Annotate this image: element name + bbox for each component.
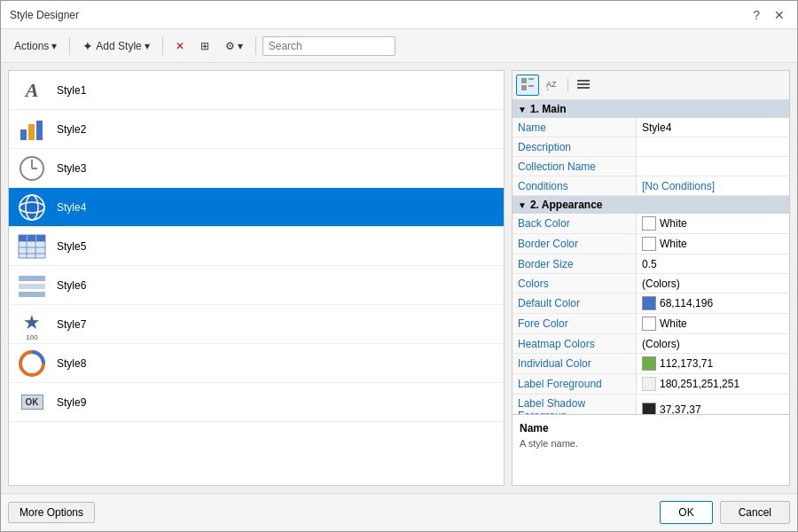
style-list: A Style1 Style2 xyxy=(8,70,505,486)
info-description: A style name. xyxy=(520,438,782,449)
prop-row-border-size: Border Size 0.5 xyxy=(512,254,789,274)
list-item[interactable]: A Style1 xyxy=(9,71,504,110)
delete-button[interactable]: ✕ xyxy=(169,37,191,55)
svg-rect-16 xyxy=(19,235,27,241)
separator-3 xyxy=(255,37,256,55)
style8-label: Style8 xyxy=(57,357,86,370)
style4-label: Style4 xyxy=(57,201,86,214)
label-fg-swatch[interactable] xyxy=(642,377,656,391)
prop-name-value: Style4 xyxy=(642,121,671,134)
style-designer-window: Style Designer ? ✕ Actions ▾ ✦ Add Style… xyxy=(0,0,798,532)
prop-row-fore-color: Fore Color White xyxy=(512,314,789,334)
list-item[interactable]: Style3 xyxy=(9,149,504,188)
dialog-buttons: OK Cancel xyxy=(660,501,790,524)
style1-label: Style1 xyxy=(57,84,86,97)
prop-row-individual-color: Individual Color 112,173,71 xyxy=(512,354,789,374)
delete-icon: ✕ xyxy=(176,40,184,52)
list-item[interactable]: Style2 xyxy=(9,110,504,149)
info-title: Name xyxy=(520,422,782,434)
ok-button[interactable]: OK xyxy=(660,501,712,524)
colors-value: (Colors) xyxy=(642,278,680,290)
svg-rect-20 xyxy=(19,284,45,289)
title-bar: Style Designer ? ✕ xyxy=(1,1,797,29)
properties-panel: AZ ↓ ▼ 1. Main Name Style4 xyxy=(512,70,790,486)
settings-icon: ⚙ xyxy=(225,40,235,52)
style3-label: Style3 xyxy=(57,162,86,175)
group-main-header: ▼ 1. Main xyxy=(512,100,789,118)
list-item[interactable]: Style5 xyxy=(9,227,504,266)
svg-text:↓: ↓ xyxy=(546,85,550,91)
properties-toolbar: AZ ↓ xyxy=(512,71,789,100)
actions-label: Actions xyxy=(14,40,49,52)
style2-icon xyxy=(16,113,48,145)
svg-rect-2 xyxy=(36,121,43,140)
add-style-label: Add Style xyxy=(96,40,141,52)
add-style-dropdown-icon: ▾ xyxy=(145,40,150,52)
prop-view-toggle[interactable] xyxy=(572,74,595,96)
label-fg-value: 180,251,251,251 xyxy=(660,378,739,390)
group-appearance-label: 2. Appearance xyxy=(530,199,603,211)
list-item[interactable]: ★ 100 Style7 xyxy=(9,305,504,344)
prop-row-label-shadow: Label Shadow Foregroun 37,37,37 xyxy=(512,395,789,414)
prop-row-description: Description xyxy=(512,137,789,157)
actions-dropdown-icon: ▾ xyxy=(51,40,57,52)
individual-color-value: 112,173,71 xyxy=(660,357,713,370)
svg-rect-26 xyxy=(528,78,534,80)
label-shadow-swatch[interactable] xyxy=(642,403,656,414)
svg-rect-27 xyxy=(521,85,527,90)
chart-icon xyxy=(19,117,45,142)
svg-rect-31 xyxy=(577,80,590,82)
search-input[interactable] xyxy=(262,36,395,56)
prop-row-default-color: Default Color 68,114,196 xyxy=(512,293,789,314)
add-style-button[interactable]: ✦ Add Style ▾ xyxy=(76,36,155,56)
style4-icon xyxy=(16,192,48,223)
style5-label: Style5 xyxy=(57,240,86,253)
properties-table: ▼ 1. Main Name Style4 Description Collec… xyxy=(512,100,789,414)
sorted-view-button[interactable]: AZ ↓ xyxy=(541,74,564,96)
settings-button[interactable]: ⚙ ▾ xyxy=(219,37,249,55)
prop-row-colors: Colors (Colors) xyxy=(512,274,789,293)
border-color-value: White xyxy=(660,238,687,250)
copy-button[interactable]: ⊞ xyxy=(194,37,215,55)
list-item[interactable]: Style6 xyxy=(9,266,504,305)
fore-color-swatch[interactable] xyxy=(642,317,656,331)
svg-text:★: ★ xyxy=(23,311,41,333)
svg-rect-33 xyxy=(577,87,590,89)
svg-rect-0 xyxy=(20,129,27,140)
prop-row-heatmap: Heatmap Colors (Colors) xyxy=(512,334,789,354)
default-color-swatch[interactable] xyxy=(642,296,656,310)
style6-label: Style6 xyxy=(57,279,86,292)
prop-row-name: Name Style4 xyxy=(512,118,789,137)
cancel-button[interactable]: Cancel xyxy=(720,501,790,524)
list-item[interactable]: Style8 xyxy=(9,344,504,383)
list-item[interactable]: Style4 xyxy=(9,188,504,227)
svg-rect-32 xyxy=(577,83,590,85)
border-color-swatch[interactable] xyxy=(642,237,656,251)
style3-icon xyxy=(16,153,48,184)
more-options-button[interactable]: More Options xyxy=(8,502,95,523)
style5-icon xyxy=(16,231,48,262)
list-item[interactable]: OK Style9 xyxy=(9,383,504,422)
add-style-icon: ✦ xyxy=(82,39,93,53)
toolbar: Actions ▾ ✦ Add Style ▾ ✕ ⊞ ⚙ ▾ xyxy=(1,29,797,63)
svg-rect-17 xyxy=(27,235,35,241)
close-button[interactable]: ✕ xyxy=(771,8,788,22)
group-main-label: 1. Main xyxy=(530,103,567,115)
help-button[interactable]: ? xyxy=(749,8,763,22)
style6-icon xyxy=(16,270,48,301)
categorized-view-button[interactable] xyxy=(516,74,539,96)
collapse-appearance-icon[interactable]: ▼ xyxy=(518,200,527,210)
style9-icon: OK xyxy=(16,387,48,419)
bottom-bar: More Options OK Cancel xyxy=(1,493,797,531)
svg-rect-28 xyxy=(528,85,534,87)
prop-row-conditions: Conditions [No Conditions] xyxy=(512,176,789,196)
individual-color-swatch[interactable] xyxy=(642,356,656,371)
back-color-swatch[interactable] xyxy=(642,216,656,231)
collapse-main-icon[interactable]: ▼ xyxy=(518,105,527,114)
svg-rect-25 xyxy=(521,78,527,83)
actions-button[interactable]: Actions ▾ xyxy=(8,37,63,55)
fore-color-value: White xyxy=(660,317,687,330)
prop-row-border-color: Border Color White xyxy=(512,234,789,254)
property-info-panel: Name A style name. xyxy=(512,414,789,485)
main-content: A Style1 Style2 xyxy=(1,63,797,493)
